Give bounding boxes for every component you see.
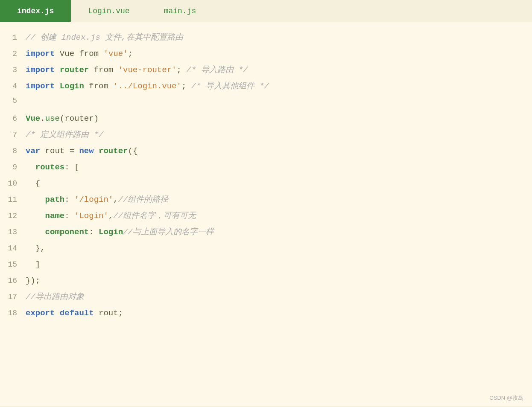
line-number: 11	[0, 195, 26, 204]
line-number: 2	[0, 49, 26, 58]
token: routes	[26, 163, 64, 172]
code-line: 13 component: Login//与上面导入的名字一样	[0, 225, 532, 241]
token: :	[64, 195, 74, 204]
token: Vue	[55, 49, 79, 58]
code-line: 16});	[0, 274, 532, 290]
line-number: 5	[0, 96, 26, 105]
code-line: 5	[0, 96, 532, 112]
line-number: 9	[0, 163, 26, 172]
code-line: 1// 创建 index.js 文件,在其中配置路由	[0, 31, 532, 47]
line-number: 4	[0, 82, 26, 90]
line-content: export default rout;	[26, 307, 123, 320]
token: =	[70, 146, 74, 156]
token	[113, 65, 118, 75]
token: use	[45, 114, 60, 123]
line-number: 16	[0, 276, 26, 285]
line-content: var rout = new router({	[26, 145, 137, 157]
token: ({	[128, 146, 137, 156]
watermark: CSDN @孜岛	[489, 394, 523, 402]
line-number: 15	[0, 260, 26, 269]
token: ,	[113, 195, 118, 204]
token: rout	[40, 146, 69, 156]
code-line: 14 },	[0, 241, 532, 258]
line-number: 6	[0, 114, 26, 123]
line-content: /* 定义组件路由 */	[26, 129, 103, 141]
token: Login	[99, 227, 123, 237]
token: ;	[176, 65, 186, 75]
token: name	[26, 211, 64, 221]
tab-login-vue[interactable]: Login.vue	[71, 0, 146, 22]
code-area: 1// 创建 index.js 文件,在其中配置路由2import Vue fr…	[0, 22, 532, 406]
token: //导出路由对象	[26, 292, 84, 302]
token: ]	[26, 260, 40, 269]
token: 'vue'	[103, 49, 128, 58]
token: :	[89, 227, 99, 237]
token: import	[26, 65, 55, 75]
token: 'Login'	[74, 211, 108, 221]
token: /* 导入其他组件 */	[191, 81, 269, 91]
token: ,	[108, 211, 113, 221]
code-line: 8var rout = new router({	[0, 144, 532, 160]
line-content: name: 'Login',//组件名字，可有可无	[26, 210, 196, 222]
token: .	[40, 114, 45, 123]
token: component	[26, 227, 89, 237]
code-line: 7/* 定义组件路由 */	[0, 128, 532, 144]
code-line: 17//导出路由对象	[0, 290, 532, 306]
token: new	[74, 146, 99, 156]
line-content: component: Login//与上面导入的名字一样	[26, 226, 214, 238]
line-content: ]	[26, 259, 40, 271]
line-content: import Login from '../Login.vue'; /* 导入其…	[26, 80, 269, 93]
code-line: 9 routes: [	[0, 160, 532, 177]
tab-main-js[interactable]: main.js	[147, 0, 213, 22]
line-number: 18	[0, 309, 26, 317]
token: '../Login.vue'	[113, 81, 181, 91]
token: default	[55, 308, 99, 318]
line-content: //导出路由对象	[26, 291, 84, 303]
line-number: 10	[0, 179, 26, 188]
token: /* 导入路由 */	[186, 65, 248, 75]
token: : [	[64, 163, 79, 172]
token: router	[55, 65, 94, 75]
token: var	[26, 146, 40, 156]
line-number: 8	[0, 147, 26, 155]
code-line: 4import Login from '../Login.vue'; /* 导入…	[0, 79, 532, 96]
token: from	[89, 81, 108, 91]
token: path	[26, 195, 64, 204]
line-content: {	[26, 177, 40, 190]
token: ;	[128, 49, 132, 58]
token: //与上面导入的名字一样	[123, 227, 214, 237]
token: Login	[55, 81, 89, 91]
token	[108, 81, 113, 91]
line-content: import Vue from 'vue';	[26, 48, 133, 60]
token: (router)	[60, 114, 99, 123]
tab-index-js[interactable]: index.js	[0, 0, 71, 22]
line-number: 17	[0, 293, 26, 301]
token: });	[26, 276, 40, 285]
line-number: 3	[0, 66, 26, 74]
line-number: 7	[0, 131, 26, 139]
line-content: import router from 'vue-router'; /* 导入路由…	[26, 64, 248, 76]
token: from	[79, 49, 99, 58]
token: // 创建 index.js 文件,在其中配置路由	[26, 33, 183, 42]
line-content: path: '/login',//组件的路径	[26, 194, 168, 206]
line-content: // 创建 index.js 文件,在其中配置路由	[26, 32, 183, 44]
token: :	[64, 211, 74, 221]
code-line: 15 ]	[0, 258, 532, 274]
code-line: 2import Vue from 'vue';	[0, 47, 532, 63]
code-line: 10 {	[0, 177, 532, 193]
line-content: routes: [	[26, 161, 79, 174]
line-number: 12	[0, 212, 26, 220]
code-line: 3import router from 'vue-router'; /* 导入路…	[0, 63, 532, 79]
token: export	[26, 308, 55, 318]
line-content: Vue.use(router)	[26, 113, 99, 125]
line-number: 13	[0, 228, 26, 236]
token: {	[26, 179, 40, 188]
tabs-bar: index.js Login.vue main.js	[0, 0, 532, 22]
token	[99, 49, 103, 58]
token: //组件名字，可有可无	[113, 211, 196, 221]
line-content: },	[26, 242, 45, 255]
token: 'vue-router'	[118, 65, 177, 75]
code-line: 6Vue.use(router)	[0, 112, 532, 128]
token: },	[26, 244, 45, 253]
token: /* 定义组件路由 */	[26, 130, 103, 140]
